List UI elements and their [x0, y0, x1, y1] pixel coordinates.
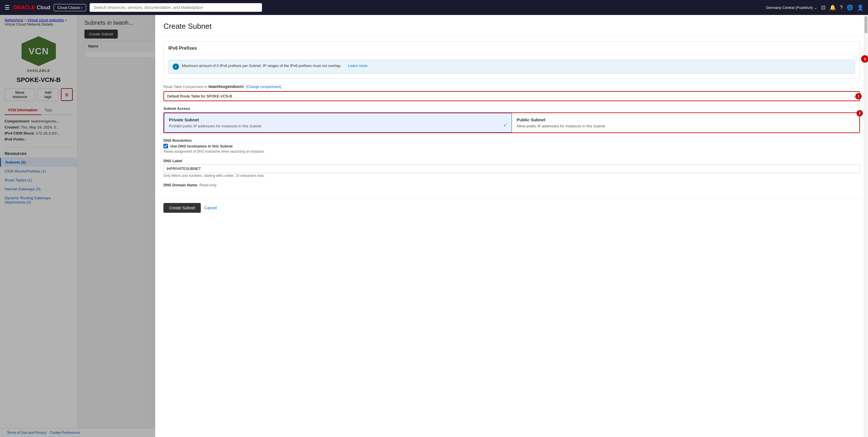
dns-checkbox[interactable]	[163, 144, 168, 148]
user-icon[interactable]: 👤	[857, 4, 863, 11]
dns-domain-label: DNS Domain Name Read-only	[163, 183, 860, 187]
create-subnet-modal-button[interactable]: Create Subnet	[163, 203, 201, 213]
public-subnet-title: Public Subnet	[517, 117, 855, 122]
region-chevron-icon: ⌄	[814, 5, 817, 10]
scrollbar-thumb	[865, 16, 867, 33]
route-table-compartment-label: Route Table Compartment in	[163, 85, 207, 89]
cloud-text: Cloud	[37, 5, 50, 11]
oracle-text: ORACLE	[13, 5, 35, 11]
dns-label-hint: Only letters and numbers, starting with …	[163, 174, 860, 178]
ipv6-section-title: IPv6 Prefixes	[164, 42, 860, 55]
modal-panel: 3 Create Subnet IPv6 Prefixes i Maximum …	[155, 15, 868, 437]
oracle-logo: ORACLE Cloud	[13, 5, 50, 11]
dns-label-input[interactable]	[163, 164, 860, 173]
topnav: ☰ ORACLE Cloud Cloud Classic › Germany C…	[0, 0, 868, 15]
overlay: 3 Create Subnet IPv6 Prefixes i Maximum …	[0, 15, 868, 437]
region-label: Germany Central (Frankfurt)	[766, 5, 813, 10]
subnet-access-label: Subnet Access	[163, 106, 860, 111]
dns-resolution-group: DNS Resolution Use DNS hostnames in this…	[163, 138, 860, 153]
dns-domain-sublabel: Read-only	[199, 183, 216, 187]
route-table-select-wrapper: Default Route Table for SPOKE-VCN-B	[164, 92, 859, 100]
ipv6-info-text: Maximum amount of 0 IPv6 prefixes per Su…	[182, 63, 341, 68]
subnet-access-grid: 2 Private Subnet Prohibit public IP addr…	[163, 112, 860, 133]
cancel-button[interactable]: Cancel	[204, 203, 217, 213]
route-table-select[interactable]: Default Route Table for SPOKE-VCN-B	[164, 92, 859, 100]
info-icon: i	[173, 63, 179, 70]
subnet-access-group: Subnet Access 2 Private Subnet Prohibit …	[163, 106, 860, 133]
search-input[interactable]	[90, 3, 262, 12]
private-subnet-card[interactable]: Private Subnet Prohibit public IP addres…	[164, 113, 512, 133]
public-subnet-card[interactable]: Public Subnet Allow public IP addresses …	[512, 113, 860, 133]
modal-title: Create Subnet	[163, 22, 860, 31]
console-icon[interactable]: ⊡	[821, 4, 826, 11]
dns-domain-group: DNS Domain Name Read-only	[163, 183, 860, 187]
dns-label-group: DNS Label Only letters and numbers, star…	[163, 159, 860, 178]
dns-resolution-label: DNS Resolution	[163, 138, 860, 143]
private-subnet-title: Private Subnet	[169, 117, 507, 122]
dns-label-label: DNS Label	[163, 159, 860, 163]
annotation-2: 2	[857, 110, 863, 116]
modal-header: Create Subnet	[155, 15, 868, 36]
menu-icon[interactable]: ☰	[5, 4, 10, 11]
bell-icon[interactable]: 🔔	[830, 4, 836, 11]
dns-checkbox-label: Use DNS hostnames in this Subnet	[170, 144, 232, 148]
ipv6-section-body: i Maximum amount of 0 IPv6 prefixes per …	[164, 55, 860, 78]
annotation-3: 3	[861, 55, 868, 63]
dns-checkbox-row: Use DNS hostnames in this Subnet	[163, 144, 860, 148]
help-icon[interactable]: ?	[840, 5, 843, 11]
modal-body: IPv6 Prefixes i Maximum amount of 0 IPv6…	[155, 36, 868, 198]
dns-hint: Allows assignment of DNS hostname when l…	[163, 149, 860, 153]
check-icon: ✓	[503, 122, 507, 128]
ipv6-learn-more[interactable]: Learn more.	[348, 63, 368, 68]
scrollbar[interactable]	[864, 15, 868, 437]
route-table-group: Route Table Compartment in IwanHoogendoo…	[163, 84, 860, 101]
topnav-right: Germany Central (Frankfurt) ⌄ ⊡ 🔔 ? 🌐 👤	[766, 4, 863, 11]
modal-footer: Create Subnet Cancel	[155, 198, 868, 217]
globe-icon[interactable]: 🌐	[847, 4, 853, 11]
route-table-compartment-value: IwanHoogendoorn	[209, 84, 244, 89]
annotation-1: 1	[855, 93, 862, 99]
public-subnet-desc: Allow public IP addresses for Instances …	[517, 124, 855, 128]
private-subnet-desc: Prohibit public IP addresses for Instanc…	[169, 124, 507, 128]
cloud-classic-button[interactable]: Cloud Classic ›	[54, 4, 86, 11]
change-compartment-link[interactable]: (Change compartment)	[246, 85, 281, 89]
ipv6-section: IPv6 Prefixes i Maximum amount of 0 IPv6…	[163, 41, 860, 79]
ipv6-info-banner: i Maximum amount of 0 IPv6 prefixes per …	[168, 60, 855, 74]
region-selector[interactable]: Germany Central (Frankfurt) ⌄	[766, 5, 817, 10]
overlay-spacer	[0, 15, 155, 437]
